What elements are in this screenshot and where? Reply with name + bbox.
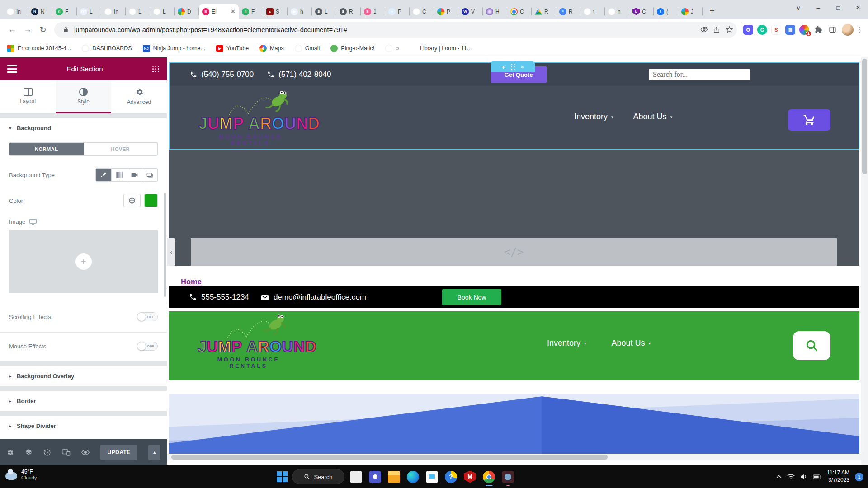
browser-tab[interactable]: S R ✕ [336,4,361,19]
state-hover[interactable]: HOVER [84,143,158,155]
share-icon[interactable] [712,25,722,35]
update-button[interactable]: UPDATE [100,445,137,460]
nav-about-us[interactable]: About Us ▾ [633,112,673,122]
site-search-input[interactable] [649,69,750,80]
state-normal[interactable]: NORMAL [9,143,84,155]
bookmark-item[interactable]: * Library | Loom - 11... [410,45,472,52]
seo-extension-icon[interactable]: S [771,25,781,35]
history-icon[interactable] [43,449,51,456]
app-window-icon[interactable] [350,471,362,483]
loom-extension-icon[interactable] [743,25,753,35]
contact-phone[interactable]: 555-555-1234 [189,293,249,302]
dark-content-block[interactable]: </> [169,150,859,266]
tab-layout[interactable]: Layout [0,80,56,113]
browser-tab[interactable]: M In ✕ [101,4,126,19]
bookmark-item[interactable]: Ping-o-Matic! [330,45,374,52]
bookmark-item[interactable]: io o [385,45,399,52]
bookmark-item[interactable]: NJ Ninja Jump - home... [143,45,205,52]
bookmark-item[interactable]: ▶ YouTube [216,45,249,52]
nav-inventory[interactable]: Inventory ▾ [574,112,613,122]
nav-about-us[interactable]: About Us ▾ [612,338,651,348]
bookmark-item[interactable]: Error code 30145-4... [7,45,71,52]
app-store-icon[interactable] [426,471,438,483]
browser-tab[interactable]: ▶ h ✕ [288,4,312,19]
contact-email[interactable]: demo@inflatableoffice.com [261,293,366,302]
forward-button[interactable]: → [20,22,35,38]
close-button[interactable]: × [848,0,868,15]
grammarly-extension-icon[interactable]: G [757,25,767,35]
browser-tab[interactable]: H ✕ [483,4,507,19]
profile-avatar[interactable] [842,24,854,36]
preview-eye-icon[interactable] [81,449,90,455]
bookmark-item[interactable]: Maps [259,45,284,52]
search-button[interactable] [793,331,830,360]
start-button[interactable] [277,471,288,483]
minimize-button[interactable]: – [808,0,828,15]
color-swatch[interactable] [144,194,158,207]
app-get-help-icon[interactable]: ? [445,471,457,483]
browser-tab[interactable]: D ✕ [175,4,199,19]
browser-tab[interactable]: G n ✕ [605,4,629,19]
browser-tab[interactable]: f ( ✕ [654,4,678,19]
tab-close-icon[interactable]: ✕ [231,9,236,14]
background-section-header[interactable]: ▾ Background [0,118,167,138]
tag-extension-icon[interactable]: ▤ [785,25,795,35]
panel-scrollbar[interactable] [164,193,166,297]
classic-background-button[interactable] [96,169,111,181]
back-button[interactable]: ← [5,22,20,38]
scrollbar-thumb[interactable] [171,455,608,460]
browser-tab[interactable]: P ✕ [434,4,458,19]
browser-tab[interactable]: N N ✕ [28,4,52,19]
image-picker[interactable]: + [9,230,158,293]
scrollbar-thumb[interactable] [862,59,867,174]
notification-badge[interactable]: 1 [855,473,863,481]
update-options-caret[interactable]: ▲ [148,445,160,460]
app-edge-icon[interactable] [407,471,419,483]
site-logo[interactable]: JUMP AROUND MOON BOUNCE RENTALS [198,89,316,146]
selected-section[interactable]: + × Get Quote (540) 755-0700 (571) 402-8… [169,62,859,150]
browser-tab[interactable]: io L ✕ [126,4,150,19]
browser-tab[interactable]: R ✕ [532,4,556,19]
app-teams-icon[interactable] [369,471,381,483]
hamburger-menu-icon[interactable] [7,65,17,73]
extensions-puzzle-icon[interactable] [813,25,823,35]
side-panel-icon[interactable] [827,25,837,35]
tray-expand-icon[interactable] [776,475,782,479]
omnibox[interactable]: jumparoundva.com/wp-admin/post.php?post=… [54,22,737,38]
app-file-explorer-icon[interactable] [388,471,400,483]
browser-tab[interactable]: U C ✕ [629,4,654,19]
bookmark-item[interactable]: io DASHBOARDS [82,45,132,52]
shape-divider-section[interactable]: ▸ Shape Divider [0,416,167,436]
bookmark-star-icon[interactable] [724,25,734,35]
battery-icon[interactable] [813,474,821,479]
delete-section-icon[interactable]: × [521,64,524,70]
browser-tab[interactable]: GT L ✕ [77,4,101,19]
new-tab-button[interactable]: + [705,4,719,18]
browser-tab[interactable]: ≡ R ✕ [556,4,580,19]
home-link[interactable]: Home [181,277,202,286]
browser-tab[interactable]: s S ✕ [263,4,288,19]
global-color-icon[interactable] [123,194,141,207]
video-background-button[interactable] [127,169,142,181]
code-embed-placeholder[interactable]: </> [191,238,837,266]
browser-tab[interactable]: M In ✕ [4,4,28,19]
settings-gear-icon[interactable] [6,449,14,456]
responsive-mode-icon[interactable] [62,449,71,456]
app-mcafee-icon[interactable]: M [464,471,476,483]
book-now-button[interactable]: Book Now [442,289,501,305]
phone-link[interactable]: (540) 755-0700 [190,70,254,79]
horizontal-scrollbar[interactable] [167,454,861,460]
add-section-icon[interactable]: + [501,64,505,70]
gradient-background-button[interactable] [111,169,127,181]
preview-off-icon[interactable] [699,25,709,35]
browser-tab[interactable]: W V ✕ [458,4,483,19]
navigator-layers-icon[interactable] [25,449,33,456]
tab-advanced[interactable]: Advanced [111,80,167,113]
burst-extension-icon[interactable]: 1 [799,25,809,35]
shape-divider-preview[interactable] [169,394,859,454]
browser-menu-icon[interactable]: ⋮ [855,26,863,34]
drag-handle-icon[interactable] [511,64,515,70]
add-image-icon[interactable]: + [75,253,92,270]
browser-tab[interactable]: E 1 ✕ [361,4,385,19]
nav-inventory[interactable]: Inventory ▾ [547,338,586,348]
